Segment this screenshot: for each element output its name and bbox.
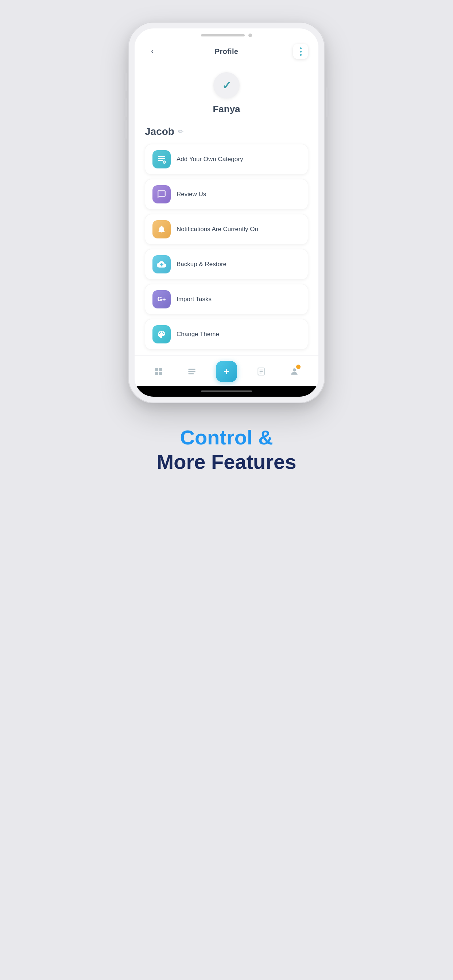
svg-rect-8 — [155, 372, 158, 375]
theme-label: Change Theme — [177, 331, 219, 338]
footer-line2: More Features — [157, 450, 297, 474]
svg-rect-1 — [158, 158, 165, 159]
backup-icon — [152, 255, 171, 274]
phone-shell: ‹ Profile ✓ Fanya Jacob — [128, 22, 325, 403]
svg-rect-12 — [188, 373, 194, 374]
user-name-row: Jacob ✏ — [145, 126, 308, 137]
notifications-icon — [152, 220, 171, 239]
app-name: Fanya — [213, 103, 240, 115]
checkmark-icon: ✓ — [222, 79, 231, 92]
svg-rect-6 — [155, 368, 158, 371]
theme-icon — [152, 325, 171, 344]
nav-home[interactable] — [150, 363, 168, 380]
home-bar — [201, 390, 252, 392]
edit-icon[interactable]: ✏ — [178, 127, 183, 135]
bottom-nav: + — [135, 355, 318, 386]
nav-tasks[interactable] — [252, 363, 270, 380]
page-title: Profile — [215, 48, 238, 56]
svg-rect-11 — [188, 371, 196, 372]
nav-profile[interactable] — [285, 363, 303, 380]
camera-dot — [248, 33, 252, 37]
svg-rect-10 — [188, 369, 196, 370]
nav-list[interactable] — [183, 363, 201, 380]
more-dots-icon — [300, 48, 301, 56]
menu-item-import[interactable]: G+ Import Tasks — [145, 284, 308, 315]
user-name: Jacob — [145, 126, 174, 137]
svg-rect-0 — [158, 156, 165, 157]
notifications-label: Notifications Are Currently On — [177, 226, 258, 233]
add-category-icon — [152, 150, 171, 169]
menu-item-backup[interactable]: Backup & Restore — [145, 249, 308, 280]
svg-point-17 — [293, 368, 296, 372]
add-category-label: Add Your Own Category — [177, 156, 243, 163]
profile-section: ✓ Fanya — [135, 65, 318, 126]
phone-screen: ‹ Profile ✓ Fanya Jacob — [135, 29, 318, 397]
notch-bar — [201, 34, 245, 37]
backup-label: Backup & Restore — [177, 261, 226, 268]
user-section: Jacob ✏ — [135, 126, 318, 350]
more-button[interactable] — [293, 44, 308, 59]
footer-line1: Control & — [157, 425, 297, 450]
menu-item-add-category[interactable]: Add Your Own Category — [145, 144, 308, 175]
menu-item-review[interactable]: Review Us — [145, 179, 308, 210]
svg-rect-2 — [158, 160, 163, 161]
footer-text: Control & More Features — [157, 425, 297, 474]
menu-list: Add Your Own Category Review Us — [145, 144, 308, 350]
svg-rect-7 — [159, 368, 162, 371]
profile-notification-dot — [296, 364, 301, 369]
menu-item-notifications[interactable]: Notifications Are Currently On — [145, 214, 308, 245]
app-header: ‹ Profile — [135, 40, 318, 65]
review-icon — [152, 185, 171, 204]
back-icon: ‹ — [151, 47, 153, 56]
svg-rect-9 — [159, 372, 162, 375]
back-button[interactable]: ‹ — [145, 44, 160, 59]
home-indicator — [135, 386, 318, 397]
nav-add-button[interactable]: + — [216, 361, 237, 382]
import-label: Import Tasks — [177, 296, 212, 303]
review-label: Review Us — [177, 191, 206, 198]
import-icon: G+ — [152, 290, 171, 309]
add-icon: + — [223, 366, 230, 377]
phone-wrapper: ‹ Profile ✓ Fanya Jacob — [128, 22, 325, 403]
status-bar — [135, 29, 318, 40]
menu-item-theme[interactable]: Change Theme — [145, 319, 308, 350]
avatar: ✓ — [214, 72, 239, 99]
